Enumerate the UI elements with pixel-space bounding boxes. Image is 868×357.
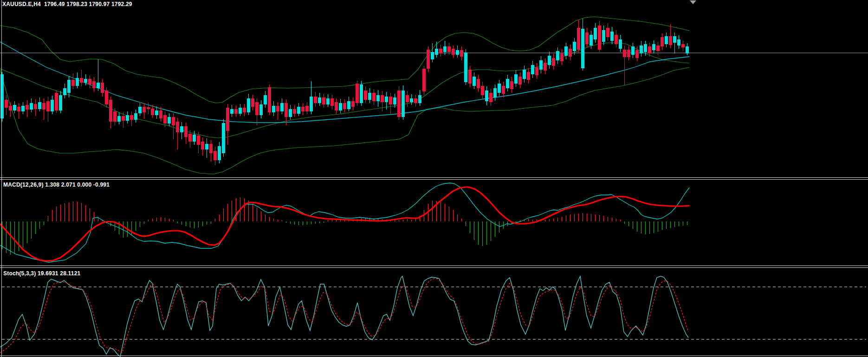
drawing-annotations-overlay[interactable] <box>0 0 868 357</box>
mt4-chart-window: XAUUSD.E,H4 1796.49 1798.23 1790.97 1792… <box>0 0 868 357</box>
